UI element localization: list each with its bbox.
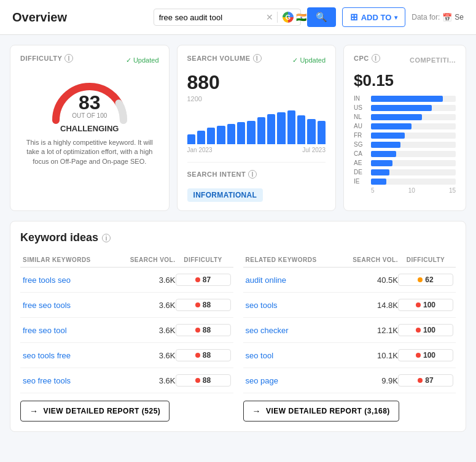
kw-vol: 12.1K <box>349 326 398 335</box>
gauge-chart: 83 OUT OF 100 <box>47 71 133 120</box>
country-row: US <box>354 104 456 111</box>
table-row: seo tool 10.1K 100 <box>243 343 456 368</box>
diff-badge: 87 <box>176 274 231 286</box>
country-row: SG <box>354 141 456 148</box>
country-code: DE <box>354 169 367 175</box>
bar <box>237 122 245 144</box>
keyword-link[interactable]: seo tools free <box>23 351 127 360</box>
bar <box>197 131 205 144</box>
country-bar-bg <box>371 169 456 175</box>
table-row: free seo tool 3.6K 88 <box>20 318 233 343</box>
diff-dot <box>195 302 200 307</box>
diff-dot <box>416 328 421 333</box>
table-row: seo checker 12.1K 100 <box>243 318 456 343</box>
keyword-ideas-section: Keyword ideas i SIMILAR KEYWORDS SEARCH … <box>10 221 466 432</box>
country-code: US <box>354 104 367 111</box>
sv-info-icon[interactable]: i <box>253 54 262 63</box>
diff-badge: 62 <box>398 274 453 286</box>
intent-badge: INFORMATIONAL <box>187 188 263 202</box>
kw-vol: 14.8K <box>349 301 398 310</box>
data-for-label: Data for: <box>412 13 440 21</box>
diff-col-header: DIFFICULTY <box>176 256 231 263</box>
related-rows: audit online 40.5K 62seo tools 14.8K 100… <box>243 268 456 393</box>
calendar-icon: 📅 <box>442 13 452 22</box>
keyword-link[interactable]: seo checker <box>246 326 349 335</box>
kw-tables-row: SIMILAR KEYWORDS SEARCH VOL. DIFFICULTY … <box>20 253 456 422</box>
sv-card-header: SEARCH VOLUME i ✓ Updated <box>187 54 326 66</box>
cpc-card-header: CPC i COMPETITI... <box>354 54 456 66</box>
search-button[interactable]: 🔍 <box>307 7 336 27</box>
sv-max: 1200 <box>187 95 326 102</box>
diff-badge: 100 <box>398 349 453 361</box>
keyword-link[interactable]: seo page <box>246 376 349 385</box>
keyword-link[interactable]: seo tool <box>246 351 349 360</box>
keyword-link[interactable]: audit online <box>246 275 349 285</box>
diff-dot <box>195 353 200 358</box>
search-input[interactable] <box>159 13 262 22</box>
cards-row: DIFFICULTY i ✓ Updated <box>10 45 466 211</box>
bar <box>267 114 275 145</box>
country-bar-bg <box>371 160 456 166</box>
kw-vol: 3.6K <box>127 275 176 285</box>
header-controls: ✕ G 🇮🇳 ▾ 🔍 ⊞ ADD TO ▾ Data for: 📅 Se <box>154 7 464 27</box>
intent-section: SEARCH INTENT i INFORMATIONAL <box>187 162 326 202</box>
difficulty-description: This is a highly competitive keyword. It… <box>20 138 159 166</box>
kw-vol: 9.9K <box>349 376 398 385</box>
table-row: seo tools free 3.6K 88 <box>20 343 233 368</box>
check-icon: ✓ <box>292 56 298 64</box>
difficulty-score-sub: OUT OF 100 <box>72 112 107 119</box>
keyword-link[interactable]: free seo tool <box>23 326 127 335</box>
kw-vol: 10.1K <box>349 351 398 360</box>
difficulty-card: DIFFICULTY i ✓ Updated <box>10 45 170 211</box>
bar <box>207 128 215 145</box>
google-icon: G <box>283 12 294 23</box>
country-row: AU <box>354 123 456 129</box>
keyword-link[interactable]: seo tools <box>246 301 349 310</box>
bar <box>277 112 285 144</box>
bar <box>297 115 305 144</box>
country-bar-bg <box>371 133 456 139</box>
country-bar-fill <box>371 123 412 129</box>
country-row: IN <box>354 95 456 102</box>
country-bar-fill <box>371 142 400 148</box>
cpc-info-icon[interactable]: i <box>372 54 380 63</box>
view-similar-report-label: VIEW DETAILED REPORT (525) <box>44 407 161 415</box>
difficulty-info-icon[interactable]: i <box>64 54 73 63</box>
keyword-link[interactable]: free seo tools <box>23 301 127 310</box>
keyword-ideas-title: Keyword ideas i <box>20 231 456 244</box>
country-bar-fill <box>371 169 389 175</box>
table-row: seo tools 14.8K 100 <box>243 293 456 318</box>
ki-info-icon[interactable]: i <box>102 234 111 242</box>
arrow-right-icon: → <box>252 406 262 416</box>
view-related-report-btn[interactable]: → VIEW DETAILED REPORT (3,168) <box>243 401 399 422</box>
view-related-report-label: VIEW DETAILED REPORT (3,168) <box>266 407 390 415</box>
country-bar-bg <box>371 151 456 157</box>
diff-dot <box>416 302 421 307</box>
difficulty-label: DIFFICULTY i <box>20 54 73 63</box>
diff-dot <box>418 378 423 383</box>
country-bar-fill <box>371 179 386 185</box>
similar-rows: free tools seo 3.6K 87free seo tools 3.6… <box>20 268 233 393</box>
country-row: FR <box>354 132 456 139</box>
add-to-button[interactable]: ⊞ ADD TO ▾ <box>342 7 406 27</box>
bar <box>307 119 315 144</box>
view-similar-report-btn[interactable]: → VIEW DETAILED REPORT (525) <box>20 401 170 422</box>
keyword-link[interactable]: seo free tools <box>23 376 127 385</box>
difficulty-card-header: DIFFICULTY i ✓ Updated <box>20 54 159 66</box>
diff-dot <box>416 353 421 358</box>
country-code: FR <box>354 132 367 139</box>
gauge-score: 83 OUT OF 100 <box>72 93 107 119</box>
keyword-link[interactable]: free tools seo <box>23 275 127 285</box>
country-code: IE <box>354 178 367 185</box>
country-bar-bg <box>371 142 456 148</box>
clear-icon[interactable]: ✕ <box>266 12 273 22</box>
kw-vol: 3.6K <box>127 326 176 335</box>
related-keywords-table: RELATED KEYWORDS SEARCH VOL. DIFFICULTY … <box>243 253 456 422</box>
sv-label: SEARCH VOLUME i <box>187 54 262 63</box>
country-row: IE <box>354 178 456 185</box>
intent-info-icon[interactable]: i <box>248 170 257 179</box>
country-code: CA <box>354 150 367 157</box>
related-svol-col-header: SEARCH VOL. <box>349 256 398 263</box>
country-row: NL <box>354 114 456 120</box>
country-row: DE <box>354 169 456 175</box>
